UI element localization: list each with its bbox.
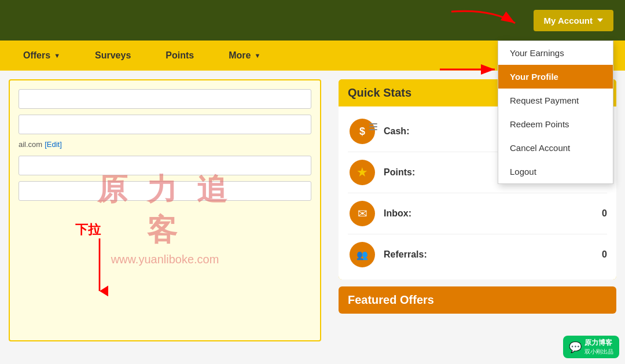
nav-more[interactable]: More ▼ [211, 41, 278, 71]
inbox-value: 0 [602, 208, 607, 219]
edit-link[interactable]: [Edit] [45, 140, 62, 149]
stat-row-referrals: 👥 Referrals: 0 [348, 234, 607, 275]
referrals-label: Referrals: [384, 249, 602, 260]
account-dropdown: Your Earnings Your Profile Request Payme… [498, 41, 613, 184]
red-arrow-profile [434, 61, 503, 82]
dropdown-item-cancel[interactable]: Cancel Account [498, 136, 613, 160]
my-account-chevron [597, 19, 603, 22]
form-field-4[interactable] [19, 181, 311, 201]
top-header: My Account [0, 0, 625, 41]
dropdown-item-logout[interactable]: Logout [498, 160, 613, 183]
nav-more-label: More [229, 50, 251, 61]
dropdown-item-earnings[interactable]: Your Earnings [498, 41, 613, 65]
referrals-value: 0 [602, 249, 607, 260]
inbox-label: Inbox: [384, 208, 602, 219]
form-field-3[interactable] [19, 156, 311, 175]
form-field-1[interactable] [19, 89, 311, 109]
annotation-text: 下拉 [75, 222, 101, 237]
form-field-2[interactable] [19, 115, 311, 134]
form-box: ail.com [Edit] [9, 79, 321, 341]
down-arrow-annotation [91, 238, 108, 299]
left-panel: ail.com [Edit] 原 力 追 客 www.yuanliboke.co… [0, 71, 330, 364]
wechat-sub: 双小刚出品 [584, 348, 613, 356]
my-account-label: My Account [544, 16, 593, 25]
email-row: ail.com [Edit] [19, 140, 311, 149]
email-display: ail.com [19, 140, 42, 149]
red-arrow-account [446, 6, 521, 39]
nav-points-label: Points [166, 50, 194, 61]
stat-row-inbox: ✉ Inbox: 0 [348, 193, 607, 234]
referrals-icon: 👥 [348, 240, 377, 269]
nav-points[interactable]: Points [148, 41, 211, 71]
cash-icon: $ [348, 117, 377, 146]
points-icon: ★ [348, 158, 377, 187]
my-account-button[interactable]: My Account [534, 10, 613, 31]
annotation-xia-la: 下拉 [75, 221, 101, 238]
nav-offers-label: Offers [23, 50, 50, 61]
featured-offers-box: Featured Offers [339, 286, 616, 314]
wechat-label: 原力博客 [584, 338, 613, 348]
nav-surveys[interactable]: Surveys [78, 41, 148, 71]
nav-more-chevron: ▼ [254, 52, 260, 59]
featured-offers-title: Featured Offers [348, 293, 607, 307]
dropdown-item-profile[interactable]: Your Profile [498, 65, 613, 89]
wechat-badge: 💬 原力博客 双小刚出品 [563, 336, 619, 358]
nav-offers-chevron: ▼ [54, 52, 60, 59]
nav-offers[interactable]: Offers ▼ [6, 41, 78, 71]
inbox-icon: ✉ [348, 199, 377, 228]
nav-surveys-label: Surveys [95, 50, 131, 61]
dropdown-item-redeem[interactable]: Redeem Points [498, 112, 613, 136]
dropdown-item-payment[interactable]: Request Payment [498, 89, 613, 112]
